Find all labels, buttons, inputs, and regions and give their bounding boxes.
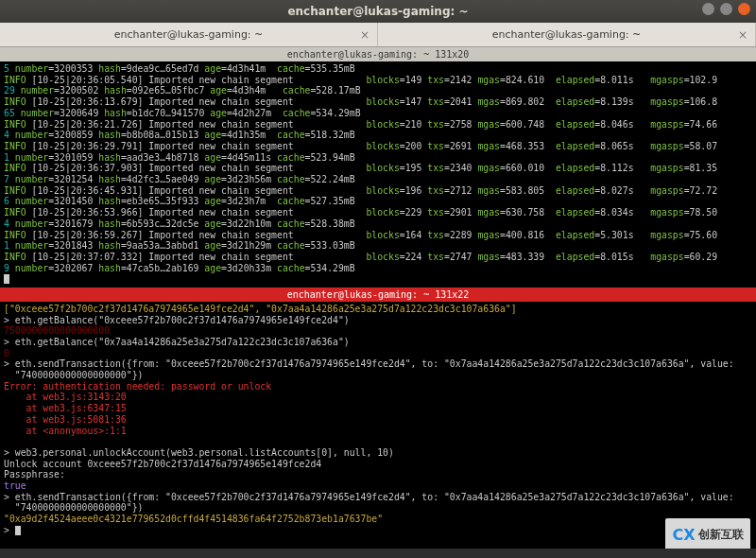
terminal-pane-top[interactable]: enchanter@lukas-gaming: ~ 131x20 5 numbe… <box>0 47 756 288</box>
terminal-output-bottom[interactable]: ["0xceee57f2b700c2f37d1476a7974965e149fc… <box>0 302 756 558</box>
watermark-text: 创新互联 <box>698 527 744 543</box>
minimize-button[interactable] <box>702 3 714 15</box>
window-title: enchanter@lukas-gaming: ~ <box>287 5 468 18</box>
watermark-icon: CX <box>672 526 695 544</box>
tab-label: enchanter@lukas-gaming: ~ <box>114 28 264 41</box>
cursor-icon <box>4 274 9 284</box>
window-buttons <box>702 3 750 15</box>
terminal-pane-bottom[interactable]: enchanter@lukas-gaming: ~ 131x22 ["0xcee… <box>0 288 756 558</box>
maximize-button[interactable] <box>720 3 732 15</box>
terminal-tab-2[interactable]: enchanter@lukas-gaming: ~ × <box>378 23 756 46</box>
tabstrip: enchanter@lukas-gaming: ~ × enchanter@lu… <box>0 23 756 47</box>
pane-title-active: enchanter@lukas-gaming: ~ 131x22 <box>0 288 756 302</box>
close-button[interactable] <box>738 3 750 15</box>
close-icon[interactable]: × <box>738 28 747 42</box>
terminal-tab-1[interactable]: enchanter@lukas-gaming: ~ × <box>0 23 378 46</box>
desktop-strip <box>0 549 756 558</box>
tab-label: enchanter@lukas-gaming: ~ <box>492 28 642 41</box>
terminal-panes: enchanter@lukas-gaming: ~ 131x20 5 numbe… <box>0 47 756 558</box>
cursor-icon <box>15 526 21 535</box>
window-titlebar: enchanter@lukas-gaming: ~ <box>0 0 756 23</box>
pane-title: enchanter@lukas-gaming: ~ 131x20 <box>0 47 756 61</box>
watermark-logo: CX 创新互联 <box>665 518 750 550</box>
close-icon[interactable]: × <box>360 28 369 42</box>
terminal-output-top[interactable]: 5 number=3200353 hash=9dea9c…65ed7d age=… <box>0 61 756 288</box>
